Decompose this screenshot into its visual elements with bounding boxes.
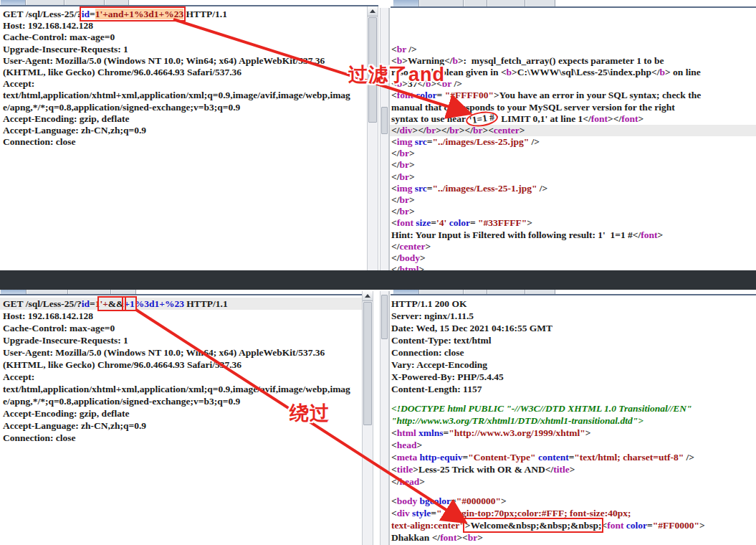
code-line: text/html,application/xhtml+xml,applicat…	[3, 90, 365, 101]
scrollbar[interactable]	[380, 291, 389, 545]
tab-stub[interactable]	[487, 0, 525, 6]
code-segment: </	[391, 171, 399, 182]
code-segment: %3d1+%23	[135, 298, 184, 309]
code-line: "http://www.w3.org/TR/xhtml1/DTD/xhtml1-…	[391, 414, 755, 427]
red-annotation-box: '+&&	[100, 298, 124, 309]
code-line: </body>	[391, 252, 755, 264]
code-segment: br	[399, 148, 409, 158]
code-segment: br	[468, 532, 478, 543]
code-line: </br>	[391, 148, 755, 159]
tab-stub[interactable]	[525, 0, 555, 6]
code-segment: >Welcome&nbsp;&nbsp;&nbsp;	[465, 520, 602, 531]
code-segment: Less-25 Trick with OR & AND	[418, 464, 545, 475]
code-segment: >	[419, 476, 425, 487]
scrollbar-thumb[interactable]	[381, 295, 388, 339]
response-viewer-top[interactable]: <br /><b>Warning</b>: mysql_fetch_array(…	[391, 9, 755, 275]
code-segment: Upgrade-Insecure-Requests: 1	[3, 44, 128, 54]
code-line: <html xmlns="http://www.w3.org/1999/xhtm…	[391, 427, 755, 439]
request-editor-top[interactable]: GET /sql/Less-25/?id=1'+and+1%3d1+%23 HT…	[3, 9, 365, 148]
code-segment: br	[399, 194, 409, 205]
code-segment: Connection: close	[3, 432, 76, 443]
code-segment: Connection: close	[3, 136, 76, 147]
code-segment: <	[391, 508, 397, 518]
scrollbar-thumb[interactable]	[363, 302, 372, 425]
separator-bar	[0, 270, 756, 290]
code-segment: >	[456, 532, 462, 543]
tab-stub[interactable]	[393, 0, 419, 6]
tabbar-border	[391, 6, 756, 8]
code-segment: You have an error in your SQL syntax; ch…	[499, 90, 702, 100]
code-segment: />	[537, 183, 547, 194]
panel-divider	[389, 291, 390, 545]
code-segment: </	[464, 125, 472, 136]
code-segment: >	[658, 229, 664, 240]
code-segment: Date: Wed, 15 Dec 2021 04:16:55 GMT	[391, 323, 552, 333]
code-segment: : mysql_fetch_array() expects parameter …	[464, 55, 664, 66]
code-line: Connection: close	[3, 432, 360, 444]
code-segment: content	[538, 452, 569, 463]
code-segment: Connection: close	[391, 347, 464, 358]
code-segment: >	[425, 241, 431, 252]
scrollbar[interactable]	[380, 8, 389, 270]
code-line	[391, 488, 755, 495]
tab-stub[interactable]	[464, 0, 487, 6]
code-segment: <	[462, 532, 468, 543]
tab-stub[interactable]	[64, 0, 105, 5]
code-segment: />	[684, 452, 694, 463]
scrollbar[interactable]	[367, 6, 378, 270]
code-line: </br>	[391, 159, 755, 171]
code-segment: Accept-Language: zh-CN,zh;q=0.9	[3, 125, 146, 136]
code-segment: title	[397, 464, 413, 475]
code-line: User-Agent: Mozilla/5.0 (Windows NT 10.0…	[3, 55, 365, 67]
code-segment: '+	[100, 298, 107, 309]
code-segment: >	[482, 125, 488, 136]
code-segment: <	[391, 452, 397, 463]
code-segment: br	[426, 125, 436, 136]
code-segment: b	[452, 55, 458, 66]
red-annotation-box: +1	[124, 298, 134, 309]
code-line: (KHTML, like Gecko) Chrome/96.0.4664.93 …	[3, 67, 365, 78]
code-segment: img	[397, 183, 413, 194]
code-segment: img	[397, 136, 413, 147]
code-line	[391, 9, 755, 20]
code-segment: =	[427, 183, 433, 194]
tab-stub[interactable]	[26, 0, 64, 5]
scroll-up-icon[interactable]	[363, 291, 373, 301]
code-line: syntax to use near '1=1 #' LIMIT 0,1' at…	[391, 113, 755, 125]
tabbar-border	[0, 294, 373, 295]
code-segment: Vary: Accept-Encoding	[391, 359, 487, 370]
code-line: Cache-Control: max-age=0	[3, 322, 360, 334]
scrollbar[interactable]	[362, 291, 373, 545]
scroll-up-icon[interactable]	[368, 6, 378, 16]
code-segment: />	[529, 136, 540, 147]
code-segment: />	[406, 44, 417, 54]
code-segment: center	[494, 125, 520, 136]
code-segment: Dhakkan	[391, 532, 432, 543]
tab-stub[interactable]	[419, 0, 464, 6]
code-line: <div style=" margin-top:70px;color:#FFF;…	[391, 507, 755, 519]
tab-stub[interactable]	[105, 0, 129, 5]
code-segment: text/html,application/xhtml+xml,applicat…	[3, 384, 350, 394]
code-line: <meta http-equiv="Content-Type" content=…	[391, 451, 755, 463]
code-segment: "../images/Less-25.jpg"	[433, 136, 530, 147]
code-segment: HTTP/1.1	[183, 9, 227, 19]
code-segment: </	[545, 464, 553, 475]
code-segment: font	[621, 113, 638, 124]
tab-stub[interactable]	[0, 0, 26, 5]
code-segment: div	[397, 508, 410, 518]
code-line: X-Powered-By: PHP/5.4.45	[391, 371, 755, 383]
code-segment: div	[399, 125, 412, 136]
code-segment: head	[397, 440, 417, 450]
scrollbar-thumb[interactable]	[381, 107, 388, 134]
code-line: GET /sql/Less-25/?id=1'+and+1%3d1+%23 HT…	[3, 9, 365, 20]
response-viewer-bottom[interactable]: HTTP/1.1 200 OKServer: nginx/1.11.5Date:…	[391, 298, 755, 545]
code-line: </br>	[391, 194, 755, 206]
code-line: Date: Wed, 15 Dec 2021 04:16:55 GMT	[391, 322, 755, 334]
code-segment: <	[391, 183, 397, 194]
code-segment: <	[391, 496, 397, 506]
code-line: Accept-Encoding: gzip, deflate	[3, 113, 365, 125]
code-segment: >	[527, 217, 532, 228]
bottom-request-response-pane: GET /sql/Less-25/?id=1'+&&+1%3d1+%23 HTT…	[0, 290, 756, 545]
code-segment: >	[638, 113, 643, 124]
code-line: Accept:	[3, 78, 365, 90]
